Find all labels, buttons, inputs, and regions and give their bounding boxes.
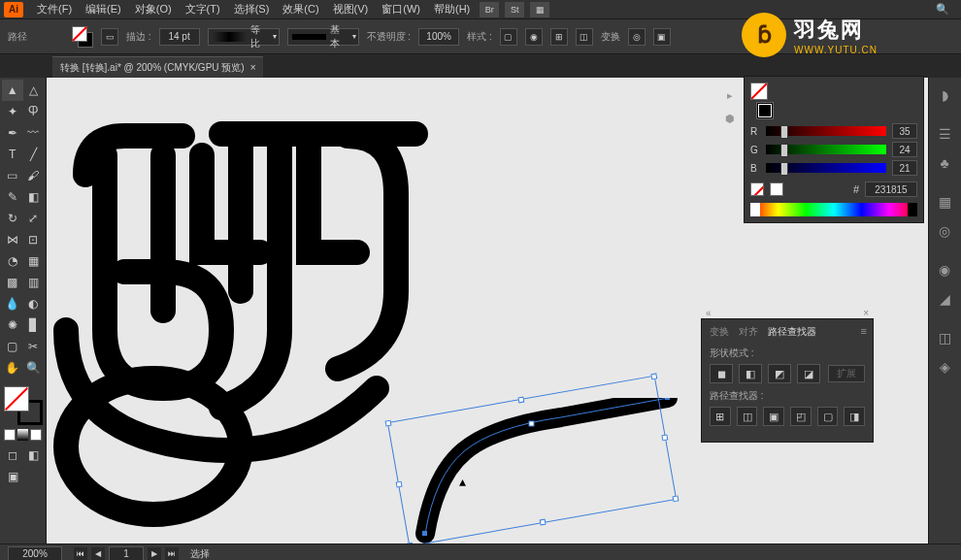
profile-dropdown[interactable]: 等比 <box>208 28 280 46</box>
document-tab[interactable]: 转换 [转换].ai* @ 200% (CMYK/GPU 预览) × <box>52 56 263 78</box>
r-slider[interactable] <box>766 126 886 136</box>
intersect-button[interactable]: ◩ <box>768 364 791 383</box>
menu-view[interactable]: 视图(V) <box>327 0 375 18</box>
g-slider[interactable] <box>766 145 886 154</box>
last-artboard-button[interactable]: ⏭ <box>165 547 179 561</box>
paintbrush-tool[interactable]: 🖌 <box>23 165 45 186</box>
outline-button[interactable]: ▢ <box>817 407 839 426</box>
draw-mode-behind[interactable]: ◧ <box>23 445 45 466</box>
exclude-button[interactable]: ◪ <box>797 364 820 383</box>
curvature-tool[interactable]: 〰 <box>23 122 45 144</box>
magic-wand-tool[interactable]: ✦ <box>2 101 23 122</box>
bridge-icon[interactable]: Br <box>480 2 499 17</box>
first-artboard-button[interactable]: ⏮ <box>74 547 87 561</box>
symbol-sprayer-tool[interactable]: ✺ <box>2 314 23 336</box>
fill-stroke-tool-swatch[interactable] <box>4 386 43 425</box>
artboard-tool[interactable]: ▢ <box>2 336 23 357</box>
blend-tool[interactable]: ◐ <box>23 293 45 314</box>
gradient-panel-icon[interactable]: ◢ <box>931 285 958 313</box>
merge-button[interactable]: ▣ <box>763 407 784 426</box>
search-icon[interactable]: 🔍 <box>928 1 957 17</box>
panel-close-icon[interactable]: × <box>863 308 869 318</box>
eraser-tool[interactable]: ◧ <box>23 186 45 208</box>
appearance-panel-icon[interactable]: ◈ <box>931 353 958 380</box>
color-3d-icon[interactable]: ⬢ <box>721 110 739 127</box>
hand-tool[interactable]: ✋ <box>2 357 23 379</box>
white-swatch[interactable] <box>770 182 783 196</box>
menu-object[interactable]: 对象(O) <box>129 0 178 18</box>
perspective-tool[interactable]: ▦ <box>23 250 45 272</box>
brushes-panel-icon[interactable]: ♣ <box>931 149 958 177</box>
rotate-tool[interactable]: ↻ <box>2 208 23 229</box>
next-artboard-button[interactable]: ▶ <box>148 547 161 561</box>
pen-tool[interactable]: ✒ <box>2 122 23 144</box>
artboard-number-input[interactable]: 1 <box>109 546 144 561</box>
stroke-options-icon[interactable]: ▭ <box>101 28 118 46</box>
hex-input[interactable]: 231815 <box>865 181 917 197</box>
handle-mr[interactable] <box>661 434 668 441</box>
color-flyout-icon[interactable]: ▸ <box>721 86 739 104</box>
gradient-tool[interactable]: ▥ <box>23 272 45 293</box>
menu-edit[interactable]: 编辑(E) <box>80 0 127 18</box>
prev-artboard-button[interactable]: ◀ <box>91 547 105 561</box>
tab-pathfinder[interactable]: 路径查找器 <box>768 323 816 341</box>
opacity-input[interactable]: 100% <box>418 28 459 46</box>
menu-select[interactable]: 选择(S) <box>228 0 276 18</box>
tab-align[interactable]: 对齐 <box>739 323 758 341</box>
spectrum-picker[interactable] <box>750 203 917 216</box>
width-tool[interactable]: ⋈ <box>2 229 23 250</box>
eyedropper-tool[interactable]: 💧 <box>2 293 23 314</box>
shape-icon[interactable]: ◫ <box>576 28 593 46</box>
fill-swatch[interactable] <box>750 82 768 100</box>
unite-button[interactable]: ◼ <box>710 364 733 383</box>
stock-icon[interactable]: St <box>505 2 524 17</box>
menu-help[interactable]: 帮助(H) <box>428 0 476 18</box>
zoom-tool[interactable]: 🔍 <box>23 357 45 379</box>
menu-effect[interactable]: 效果(C) <box>277 0 324 18</box>
expand-button[interactable]: 扩展 <box>828 365 865 382</box>
free-transform-tool[interactable]: ⊡ <box>23 229 45 250</box>
stroke-swatch[interactable] <box>756 102 774 119</box>
symbols-panel-icon[interactable]: ◎ <box>931 217 958 245</box>
tab-transform[interactable]: 变换 <box>710 323 729 341</box>
handle-tr[interactable] <box>650 373 657 379</box>
mesh-tool[interactable]: ▩ <box>2 272 23 293</box>
shape-builder-tool[interactable]: ◔ <box>2 250 23 272</box>
menu-file[interactable]: 文件(F) <box>31 0 78 18</box>
gradient-mode-icon[interactable] <box>17 429 29 441</box>
menu-type[interactable]: 文字(T) <box>180 0 226 18</box>
rectangle-tool[interactable]: ▭ <box>2 165 23 186</box>
handle-bl[interactable] <box>407 543 414 544</box>
arrange-icon[interactable]: ▦ <box>530 2 549 17</box>
transparency-panel-icon[interactable]: ◫ <box>931 324 958 351</box>
fill-stroke-swatch[interactable] <box>72 26 93 48</box>
b-slider[interactable] <box>766 163 886 173</box>
panel-menu-icon[interactable]: ≡ <box>861 325 867 337</box>
selection-tool[interactable]: ▲ <box>2 80 23 101</box>
tab-close-icon[interactable]: × <box>250 62 256 73</box>
minus-back-button[interactable]: ◨ <box>844 407 865 426</box>
handle-br[interactable] <box>673 495 679 502</box>
recolor-icon[interactable]: ◉ <box>525 28 543 46</box>
style-dropdown[interactable]: ▢ <box>500 28 517 46</box>
mask-icon[interactable]: ▣ <box>653 28 671 46</box>
screen-mode[interactable]: ▣ <box>2 466 23 487</box>
r-value-input[interactable]: 35 <box>892 123 917 139</box>
graph-tool[interactable]: ▊ <box>23 314 45 336</box>
brush-dropdown[interactable]: 基本 <box>287 28 359 46</box>
trim-button[interactable]: ◫ <box>737 407 758 426</box>
libraries-panel-icon[interactable]: ☰ <box>931 120 958 148</box>
none-mode-icon[interactable] <box>30 429 42 441</box>
none-swatch[interactable] <box>750 182 764 196</box>
line-tool[interactable]: ╱ <box>23 144 45 165</box>
scale-tool[interactable]: ⤢ <box>23 208 45 229</box>
g-value-input[interactable]: 24 <box>892 142 917 157</box>
shaper-tool[interactable]: ✎ <box>2 186 23 208</box>
handle-tm[interactable] <box>517 396 524 403</box>
stroke-panel-icon[interactable]: ◉ <box>931 256 958 283</box>
divide-button[interactable]: ⊞ <box>710 407 731 426</box>
panel-collapse-icon[interactable]: « <box>706 308 712 318</box>
b-value-input[interactable]: 21 <box>892 160 917 176</box>
direct-selection-tool[interactable]: △ <box>23 80 45 101</box>
color-mode-icon[interactable] <box>4 429 16 441</box>
